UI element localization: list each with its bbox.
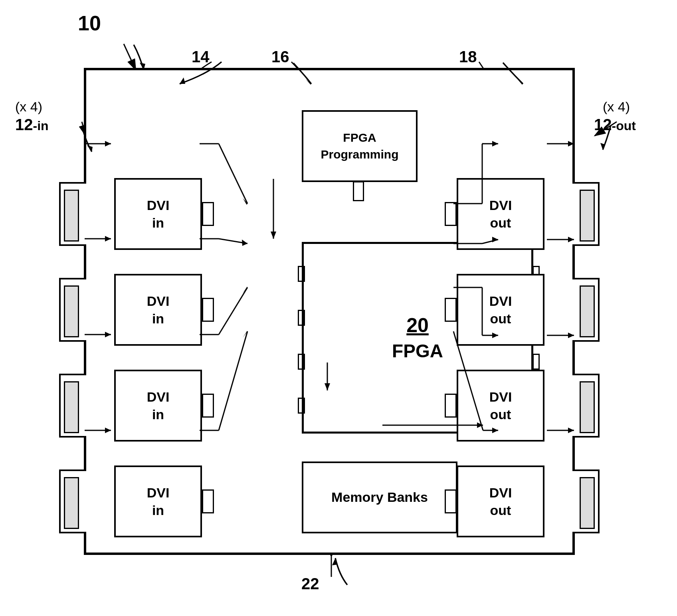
connector-right-2-inner — [580, 285, 595, 337]
dvi-out-4-conn — [445, 489, 457, 513]
x4-right-label: (x 4) — [603, 99, 630, 115]
ref-label-22: 22 — [301, 575, 319, 593]
fpga-right-conn-3 — [532, 354, 540, 370]
fpga-number-label: 20 — [406, 314, 429, 337]
ref-12out-number: 12 — [594, 116, 612, 133]
ref-label-18: 18 — [459, 48, 477, 66]
connector-right-4 — [572, 469, 600, 533]
ref-12out-label: 12-out — [594, 116, 636, 134]
fpga-prog-conn-bottom — [353, 181, 364, 201]
dvi-in-box-3: DVIin — [114, 370, 202, 442]
dvi-in-4-label: DVIin — [147, 484, 170, 519]
svg-marker-109 — [332, 558, 338, 565]
dvi-out-1-conn — [445, 202, 457, 226]
dvi-in-box-4: DVIin — [114, 465, 202, 537]
connector-left-1-inner — [64, 190, 79, 242]
dvi-in-3-label: DVIin — [147, 388, 170, 423]
connector-right-4-inner — [580, 477, 595, 529]
dvi-in-2-conn — [202, 298, 214, 322]
connector-left-2-inner — [64, 285, 79, 337]
connector-right-2 — [572, 278, 600, 342]
dvi-in-4-conn — [202, 489, 214, 513]
dvi-in-1-label: DVIin — [147, 196, 170, 232]
connector-left-2 — [59, 278, 86, 342]
connector-right-3 — [572, 374, 600, 438]
connector-left-4 — [59, 469, 86, 533]
dvi-out-4-label: DVIout — [489, 484, 512, 519]
dvi-in-3-conn — [202, 394, 214, 418]
main-board: DVIin DVIin DVIin DVIin FPGA Programming… — [84, 68, 575, 555]
x4-left-label: (x 4) — [15, 99, 42, 115]
ref-label-14: 14 — [192, 48, 210, 66]
dvi-out-3-conn — [445, 394, 457, 418]
dvi-out-1-label: DVIout — [489, 196, 512, 232]
dvi-out-box-1: DVIout — [457, 178, 544, 250]
connector-right-3-inner — [580, 381, 595, 433]
fpga-left-conn-4 — [298, 398, 305, 414]
connector-left-4-inner — [64, 477, 79, 529]
connector-right-1 — [572, 182, 600, 246]
dvi-in-box-2: DVIin — [114, 274, 202, 346]
diagram-container: 10 14 16 18 22 (x 4) 12-in (x 4) 12-out — [0, 0, 677, 616]
ref-12in-label: 12-in — [15, 116, 49, 134]
connector-left-3-inner — [64, 381, 79, 433]
dvi-out-box-2: DVIout — [457, 274, 544, 346]
ref-12in-suffix: -in — [33, 119, 49, 133]
fpga-text-label: FPGA — [392, 340, 443, 362]
fpga-programming-box: FPGA Programming — [302, 110, 418, 182]
memory-banks-label: Memory Banks — [331, 488, 428, 507]
dvi-in-2-label: DVIin — [147, 292, 170, 327]
ref-label-10: 10 — [78, 11, 101, 35]
ref-12out-suffix: -out — [612, 119, 636, 133]
fpga-left-conn-2 — [298, 310, 305, 326]
fpga-left-conn-3 — [298, 354, 305, 370]
dvi-out-2-label: DVIout — [489, 292, 512, 327]
svg-marker-111 — [600, 143, 605, 150]
dvi-out-box-4: DVIout — [457, 465, 544, 537]
fpga-left-conn-1 — [298, 266, 305, 282]
dvi-in-box-1: DVIin — [114, 178, 202, 250]
connector-left-3 — [59, 374, 86, 438]
dvi-out-2-conn — [445, 298, 457, 322]
ref-12in-number: 12 — [15, 116, 33, 133]
connector-left-1 — [59, 182, 86, 246]
fpga-programming-label: FPGA Programming — [303, 129, 416, 163]
connector-right-1-inner — [580, 190, 595, 242]
memory-banks-box: Memory Banks — [302, 462, 457, 533]
dvi-out-3-label: DVIout — [489, 388, 512, 423]
dvi-in-1-conn — [202, 202, 214, 226]
dvi-out-box-3: DVIout — [457, 370, 544, 442]
ref-label-16: 16 — [271, 48, 289, 66]
